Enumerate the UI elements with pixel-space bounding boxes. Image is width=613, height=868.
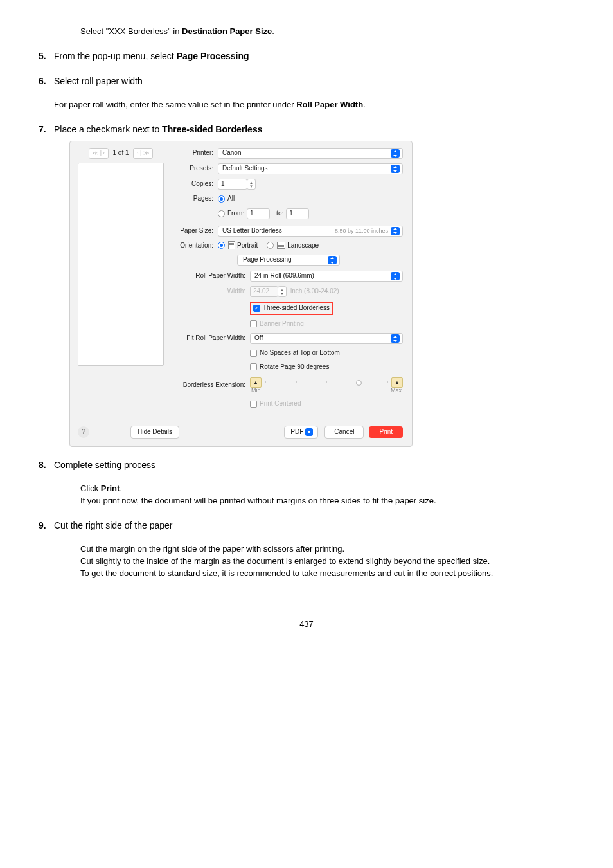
section-select[interactable]: Page Processing <box>237 255 340 266</box>
roll-width-select[interactable]: 24 in Roll (609.6mm) <box>250 271 403 282</box>
borderless-slider[interactable] <box>265 378 387 387</box>
copies-label: Copies: <box>174 179 218 189</box>
paper-preview <box>78 163 164 366</box>
banner-label: Banner Printing <box>260 320 304 329</box>
printer-label: Printer: <box>174 149 218 158</box>
input-value: 24.02 <box>253 287 269 296</box>
bold: Roll Paper Width <box>296 100 363 109</box>
select-value: Canon <box>222 149 391 158</box>
text: . <box>363 100 366 109</box>
form-column: Printer: Canon Presets: Default Settings <box>174 148 403 413</box>
to-label: to: <box>276 209 283 219</box>
orientation-landscape-radio[interactable] <box>267 242 274 249</box>
presets-select[interactable]: Default Settings <box>218 163 403 174</box>
printer-select[interactable]: Canon <box>218 148 403 159</box>
step-title: Complete setting process <box>54 458 574 471</box>
select-value: US Letter Borderless <box>222 226 335 236</box>
width-stepper: ▲▼ <box>278 286 287 297</box>
pdf-button[interactable]: PDF <box>284 426 318 439</box>
width-unit: inch (8.00-24.02) <box>290 287 339 296</box>
step-9: 9. Cut the right side of the paper <box>39 519 574 532</box>
orientation-portrait-radio[interactable] <box>218 242 225 249</box>
step-8-sub: Click Print. If you print now, the docum… <box>80 483 574 507</box>
no-spaces-checkbox[interactable] <box>250 350 257 357</box>
bold: Three-sided Borderless <box>162 124 262 134</box>
width-input: 24.02 <box>250 286 278 297</box>
copies-stepper[interactable]: ▲▼ <box>247 179 256 190</box>
preview-column: ≪ | ‹ 1 of 1 › | ≫ <box>78 148 164 413</box>
text: If you print now, the document will be p… <box>80 495 574 507</box>
landscape-icon <box>277 242 285 249</box>
to-input[interactable]: 1 <box>286 208 309 219</box>
bold: Print <box>101 484 120 493</box>
hide-details-button[interactable]: Hide Details <box>130 426 179 439</box>
three-sided-checkbox[interactable] <box>253 305 260 312</box>
rotate90-checkbox[interactable] <box>250 363 257 370</box>
page-indicator: 1 of 1 <box>112 149 129 158</box>
select-value: Page Processing <box>243 255 328 265</box>
step-number: 7. <box>39 123 54 447</box>
page-last-button[interactable]: › | ≫ <box>133 148 153 159</box>
rotate90-label: Rotate Page 90 degrees <box>260 363 329 372</box>
pages-all-label: All <box>227 194 235 204</box>
page-first-button[interactable]: ≪ | ‹ <box>89 148 109 159</box>
bold: Destination Paper Size <box>182 26 272 36</box>
step-number: 8. <box>39 458 54 471</box>
updown-icon <box>391 272 400 280</box>
input-value: 1 <box>250 209 254 219</box>
input-value: 1 <box>221 179 225 189</box>
pages-from-radio[interactable] <box>218 210 225 217</box>
page-number: 437 <box>39 619 574 631</box>
bold: Page Processing <box>177 51 249 61</box>
updown-icon <box>391 165 400 173</box>
text: Place a checkmark next to <box>54 124 162 134</box>
step-title: Cut the right side of the paper <box>54 519 574 532</box>
select-value: 24 in Roll (609.6mm) <box>254 271 391 281</box>
chevron-down-icon <box>305 428 313 436</box>
step-number: 9. <box>39 519 54 532</box>
step4-substep: Select "XXX Borderless" in Destination P… <box>80 26 574 38</box>
step-8: 8. Complete setting process <box>39 458 574 471</box>
paper-size-select[interactable]: US Letter Borderless 8.50 by 11.00 inche… <box>218 226 403 237</box>
slider-thumb[interactable] <box>356 380 362 386</box>
updown-icon <box>391 227 400 235</box>
text: Cut slightly to the inside of the margin… <box>80 556 574 568</box>
orientation-label: Orientation: <box>174 241 218 251</box>
fit-roll-label: Fit Roll Paper Width: <box>174 334 250 343</box>
copies-input[interactable]: 1 <box>218 179 247 190</box>
from-input[interactable]: 1 <box>247 208 270 219</box>
pages-label: Pages: <box>174 194 218 204</box>
print-button[interactable]: Print <box>369 426 403 439</box>
pdf-label: PDF <box>290 428 303 437</box>
text: From the pop-up menu, select <box>54 51 177 61</box>
text: Click <box>80 484 101 493</box>
step-7: 7. Place a checkmark next to Three-sided… <box>39 123 574 447</box>
step-6-sub: For paper roll width, enter the same val… <box>54 99 574 111</box>
updown-icon <box>391 334 400 343</box>
cancel-button[interactable]: Cancel <box>324 426 364 439</box>
text: To get the document to standard size, it… <box>80 568 574 580</box>
no-spaces-label: No Spaces at Top or Bottom <box>260 348 340 358</box>
text: . <box>120 484 122 493</box>
fit-roll-select[interactable]: Off <box>250 333 403 344</box>
portrait-label: Portrait <box>237 241 258 251</box>
step-5: 5. From the pop-up menu, select Page Pro… <box>39 50 574 63</box>
step-number: 6. <box>39 75 54 87</box>
three-sided-highlight: Three-sided Borderless <box>250 302 333 315</box>
banner-checkbox <box>250 320 257 327</box>
from-label: From: <box>227 209 244 219</box>
step-6: 6. Select roll paper width <box>39 75 574 87</box>
portrait-icon <box>228 241 235 249</box>
text: Cut the margin on the right side of the … <box>80 543 574 556</box>
help-button[interactable]: ? <box>78 426 89 438</box>
step-number: 5. <box>39 50 54 63</box>
pages-all-radio[interactable] <box>218 195 225 203</box>
text: For paper roll width, enter the same val… <box>54 100 296 109</box>
print-centered-checkbox <box>250 401 257 408</box>
print-dialog: ≪ | ‹ 1 of 1 › | ≫ Printer: Canon <box>69 141 413 447</box>
landscape-label: Landscape <box>287 241 319 251</box>
min-label: Min <box>251 386 261 395</box>
select-sub: 8.50 by 11.00 inches <box>335 227 388 235</box>
paper-size-label: Paper Size: <box>174 226 218 236</box>
print-centered-label: Print Centered <box>260 399 301 409</box>
